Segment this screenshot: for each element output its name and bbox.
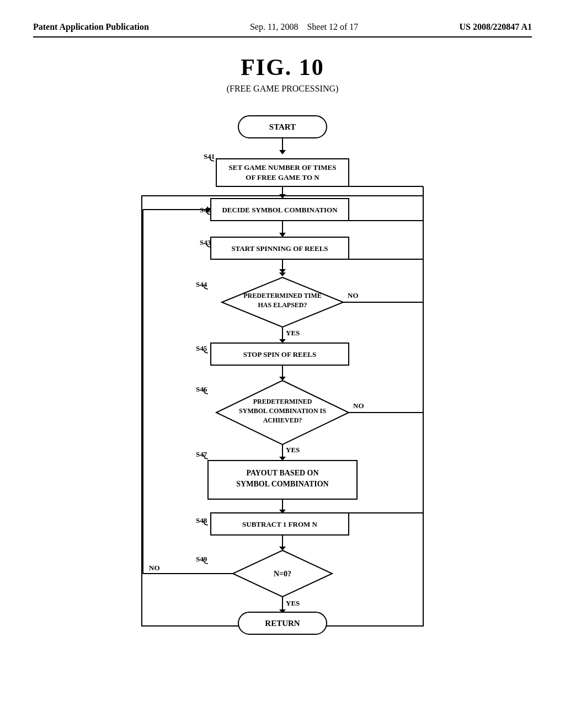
svg-text:YES: YES <box>286 599 300 607</box>
svg-text:S46: S46 <box>196 385 207 393</box>
publication-label: Patent Application Publication <box>33 22 149 32</box>
svg-text:S49: S49 <box>196 555 207 563</box>
svg-marker-19 <box>279 233 286 237</box>
svg-text:S43: S43 <box>200 238 211 247</box>
svg-text:PREDETERMINED TIME: PREDETERMINED TIME <box>243 292 321 299</box>
svg-text:S41: S41 <box>204 152 215 160</box>
svg-text:RETURN: RETURN <box>265 619 300 628</box>
svg-text:OF FREE GAME TO N: OF FREE GAME TO N <box>246 173 319 181</box>
svg-text:NO: NO <box>348 291 359 299</box>
svg-text:S47: S47 <box>196 450 207 458</box>
page: Patent Application Publication Sep. 11, … <box>0 0 565 728</box>
flowchart-svg: START S41 SET GAME NUMBER OF TIMES OF FR… <box>89 110 476 673</box>
svg-marker-52 <box>279 457 286 461</box>
svg-text:S48: S48 <box>196 516 207 524</box>
svg-text:SYMBOL COMBINATION IS: SYMBOL COMBINATION IS <box>239 407 326 415</box>
svg-text:NO: NO <box>353 402 364 410</box>
svg-marker-24 <box>279 269 286 273</box>
svg-text:START SPINNING OF REELS: START SPINNING OF REELS <box>231 244 328 253</box>
svg-text:PREDETERMINED: PREDETERMINED <box>253 398 312 405</box>
sheet-label: Sheet 12 of 17 <box>307 22 358 31</box>
svg-text:S45: S45 <box>196 344 207 352</box>
date-label: Sep. 11, 2008 <box>250 22 298 31</box>
figure-title: FIG. 10 <box>33 54 532 81</box>
svg-text:NO: NO <box>149 564 160 572</box>
svg-text:N=0?: N=0? <box>274 570 291 578</box>
svg-text:PAYOUT BASED ON: PAYOUT BASED ON <box>246 469 318 477</box>
svg-text:STOP SPIN OF REELS: STOP SPIN OF REELS <box>243 350 317 358</box>
svg-text:START: START <box>269 122 296 131</box>
sheet-info: Sep. 11, 2008 Sheet 12 of 17 <box>250 22 358 32</box>
svg-text:S44: S44 <box>196 280 207 288</box>
svg-marker-25 <box>279 272 286 276</box>
svg-marker-36 <box>279 339 286 343</box>
svg-text:YES: YES <box>286 329 300 337</box>
svg-text:HAS ELAPSED?: HAS ELAPSED? <box>258 301 307 309</box>
svg-text:SYMBOL COMBINATION: SYMBOL COMBINATION <box>236 480 328 488</box>
svg-text:ACHIEVED?: ACHIEVED? <box>263 416 302 424</box>
svg-text:DECIDE SYMBOL COMBINATION: DECIDE SYMBOL COMBINATION <box>222 206 338 214</box>
figure-subtitle: (FREE GAME PROCESSING) <box>33 84 532 94</box>
page-header: Patent Application Publication Sep. 11, … <box>33 22 532 38</box>
svg-text:SUBTRACT 1 FROM N: SUBTRACT 1 FROM N <box>242 520 318 528</box>
svg-text:YES: YES <box>286 446 300 454</box>
svg-marker-3 <box>279 150 286 154</box>
svg-text:SET GAME NUMBER OF TIMES: SET GAME NUMBER OF TIMES <box>229 163 337 172</box>
patent-number: US 2008/220847 A1 <box>459 22 532 32</box>
